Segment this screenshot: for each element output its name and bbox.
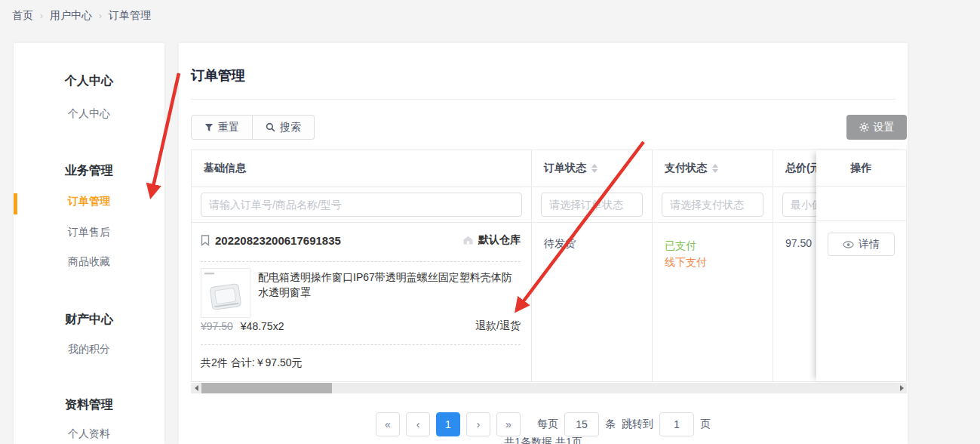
eye-icon [843,241,854,248]
action-filter-cell [816,187,906,221]
product-name: 配电箱透明操作窗口IP67带透明盖螺丝固定塑料壳体防水透明窗罩 [258,270,521,300]
column-header-basic-info: 基础信息 [192,150,532,187]
per-page-label: 每页 [537,418,558,431]
breadcrumb-home[interactable]: 首页 [12,9,33,23]
order-status-value: 待发货 [544,237,576,249]
jump-to-label: 跳转到 [622,418,653,431]
total-price-value: 97.50 [785,237,812,249]
reset-button[interactable]: 重置 [191,115,253,140]
reset-button-label: 重置 [218,121,239,134]
sidebar-item-personal-profile[interactable]: 个人资料 [14,427,164,441]
title-divider [191,99,896,100]
column-header-order-status: 订单状态 [532,150,653,187]
divider [201,344,521,345]
sort-order-status-icon[interactable] [591,164,598,173]
sidebar-section-personal: 个人中心 [14,73,164,89]
gear-icon [859,122,869,132]
scrollbar-right-arrow[interactable] [896,383,907,393]
warehouse-icon [462,235,474,245]
orders-table: 基础信息 订单状态 支付状态 总价(元) [191,150,907,382]
sidebar-item-order-aftersale[interactable]: 订单售后 [14,226,164,239]
warehouse-tag: 默认仓库 [462,233,521,247]
order-summary: 共2件 合计:￥97.50元 [201,356,303,370]
first-page-button[interactable]: « [376,412,400,436]
pagination-summary: 共1条数据 共1页 [179,436,908,444]
settings-button-label: 设置 [874,121,895,134]
per-page-unit-label: 条 [605,418,616,431]
sidebar-item-personal-center[interactable]: 个人中心 [14,107,164,121]
breadcrumb-user-center[interactable]: 用户中心 [50,9,92,23]
product-thumbnail [201,268,250,318]
breadcrumb-separator: › [40,11,43,21]
toolbar: 重置 搜索 [191,115,315,140]
refund-return-link[interactable]: 退款/退货 [475,319,521,333]
order-management-page: 首页 › 用户中心 › 订单管理 个人中心 个人中心 业务管理 订单管理 订单售… [0,0,980,444]
search-button-label: 搜索 [280,121,301,134]
next-page-button[interactable]: › [466,412,490,436]
breadcrumb-separator: › [99,11,102,21]
keyword-filter-input[interactable] [201,193,522,217]
scrollbar-thumb[interactable] [201,383,332,393]
bookmark-icon [201,235,210,246]
column-header-action: 操作 [816,150,906,187]
sidebar-item-my-points[interactable]: 我的积分 [14,343,164,356]
search-icon [266,122,275,132]
sidebar-item-product-favorites[interactable]: 商品收藏 [14,255,164,269]
pay-method-value: 线下支付 [665,254,773,270]
sidebar-section-business: 业务管理 [14,163,164,179]
page-title: 订单管理 [191,66,245,85]
detail-button-label: 详情 [859,238,880,251]
pagination: « ‹ 1 › » 每页 条 跳转到 页 [179,412,908,436]
jump-page-input[interactable] [659,412,694,436]
order-row: 20220823200617691835 默认仓库 [192,223,906,381]
pay-status-cell: 已支付 线下支付 [653,223,773,381]
main-panel: 订单管理 重置 搜索 设置 [179,43,908,444]
filter-icon [204,123,214,132]
scrollbar-left-arrow[interactable] [191,383,201,393]
sidebar-item-order-management[interactable]: 订单管理 [14,195,164,208]
per-page-input[interactable] [564,412,599,436]
action-column: 操作 详情 [816,150,906,381]
table-filter-row [192,187,906,223]
pay-status-value: 已支付 [665,237,773,254]
page-1-button[interactable]: 1 [436,412,460,436]
breadcrumb: 首页 › 用户中心 › 订单管理 [12,9,151,23]
prev-page-button[interactable]: ‹ [406,412,430,436]
column-header-pay-status: 支付状态 [653,150,773,187]
unit-price-quantity: ¥48.75x2 [241,320,284,332]
divider [201,261,521,262]
settings-button[interactable]: 设置 [846,115,907,140]
search-button[interactable]: 搜索 [253,115,315,140]
sidebar-section-profile: 资料管理 [14,397,164,413]
sidebar: 个人中心 个人中心 业务管理 订单管理 订单售后 商品收藏 财产中心 我的积分 … [14,43,164,444]
sort-pay-status-icon[interactable] [712,164,718,173]
order-status-cell: 待发货 [532,223,653,381]
horizontal-scrollbar [191,383,907,393]
last-page-button[interactable]: » [496,412,521,436]
table-header-row: 基础信息 订单状态 支付状态 总价(元) [192,150,906,187]
order-number: 20220823200617691835 [201,234,341,247]
original-price: ¥97.50 [201,320,233,332]
breadcrumb-current: 订单管理 [109,9,151,23]
pay-status-filter-select[interactable] [662,193,763,217]
order-basic-info-cell: 20220823200617691835 默认仓库 [192,223,532,381]
sidebar-section-property: 财产中心 [14,312,164,328]
page-unit-label: 页 [700,418,711,431]
order-status-filter-select[interactable] [541,193,643,217]
detail-button[interactable]: 详情 [828,233,895,256]
